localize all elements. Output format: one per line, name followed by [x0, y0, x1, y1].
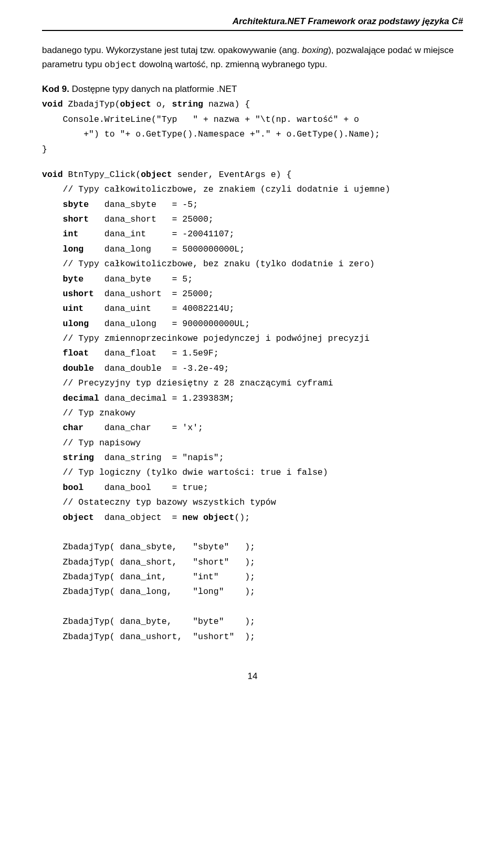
code-text	[42, 363, 63, 373]
code-text: dana_double = -3.2e-49;	[94, 363, 229, 373]
code-text: dana_ushort = 25000;	[94, 289, 214, 299]
code-text	[42, 244, 63, 254]
code-block: void BtnTypy_Click(object sender, EventA…	[42, 168, 463, 644]
code-text: dana_byte = 5;	[83, 274, 193, 284]
code-block: void ZbadajTyp(object o, string nazwa) {…	[42, 97, 463, 157]
code-text: ZbadajTyp( dana_long, "long" );	[42, 587, 255, 597]
keyword: bool	[63, 483, 84, 493]
code-text: BtnTypy_Click(	[63, 170, 141, 180]
keyword: long	[63, 244, 84, 254]
code-text	[42, 274, 63, 284]
code-text: dana_string = "napis";	[94, 453, 224, 463]
code-text: ();	[234, 513, 250, 523]
keyword: string	[63, 453, 94, 463]
caption-number: Kod 9.	[42, 84, 69, 94]
code-text: +") to "+ o.GetType().Namespace +"." + o…	[42, 129, 380, 139]
code-text	[42, 304, 63, 314]
blank-line	[42, 157, 463, 168]
code-listing-caption: Kod 9. Dostępne typy danych na platformi…	[42, 82, 463, 96]
code-text: ZbadajTyp( dana_sbyte, "sbyte" );	[42, 542, 255, 552]
caption-text: Dostępne typy danych na platformie .NET	[69, 84, 237, 94]
keyword: short	[63, 214, 89, 224]
text: badanego typu. Wykorzystane jest tutaj t…	[42, 45, 302, 55]
code-text	[42, 453, 63, 463]
code-inline: object	[104, 60, 136, 70]
code-text: Console.WriteLine("Typ " + nazwa + "\t(n…	[42, 114, 359, 124]
code-text: dana_long = 5000000000L;	[83, 244, 245, 254]
code-text	[42, 214, 63, 224]
code-text: dana_float = 1.5e9F;	[89, 348, 219, 358]
code-text: dana_decimal = 1.239383M;	[99, 393, 234, 403]
code-text: // Typy zmiennoprzecinkowe pojedynczej i…	[42, 333, 370, 343]
keyword: ulong	[63, 319, 89, 329]
text-italic: boxing	[302, 45, 328, 55]
code-text: ZbadajTyp(	[63, 99, 120, 109]
text: dowolną wartość, np. zmienną wybranego t…	[136, 59, 327, 69]
keyword: sbyte	[63, 200, 89, 210]
keyword: int	[63, 229, 79, 239]
code-text: dana_sbyte = -5;	[89, 200, 198, 210]
code-text	[42, 289, 63, 299]
code-text	[42, 483, 63, 493]
code-text: }	[42, 144, 47, 154]
code-text: ZbadajTyp( dana_ushort, "ushort" );	[42, 632, 255, 642]
code-text: // Typ napisowy	[42, 438, 141, 448]
keyword: char	[63, 423, 84, 433]
code-text	[42, 319, 63, 329]
code-text	[42, 513, 63, 523]
keyword: new object	[182, 513, 234, 523]
code-text: sender, EventArgs e) {	[172, 170, 292, 180]
keyword: object	[141, 170, 172, 180]
code-text: // Typ znakowy	[42, 408, 135, 418]
code-text: ZbadajTyp( dana_byte, "byte" );	[42, 617, 255, 627]
code-text: ZbadajTyp( dana_short, "short" );	[42, 557, 255, 567]
code-text: dana_uint = 40082214U;	[83, 304, 234, 314]
code-text	[42, 393, 63, 403]
keyword: decimal	[63, 393, 99, 403]
keyword: uint	[63, 304, 84, 314]
page-number: 14	[42, 670, 463, 683]
code-text: ZbadajTyp( dana_int, "int" );	[42, 572, 255, 582]
keyword: float	[63, 348, 89, 358]
code-text: dana_short = 25000;	[89, 214, 214, 224]
code-text: dana_int = -20041107;	[78, 229, 234, 239]
code-text	[42, 229, 63, 239]
keyword: string	[172, 99, 203, 109]
code-text: // Typy całkowitoliczbowe, ze znakiem (c…	[42, 184, 390, 194]
code-text: o,	[151, 99, 172, 109]
keyword: object	[63, 513, 94, 523]
keyword: object	[120, 99, 151, 109]
code-text: // Precyzyjny typ dziesiętny z 28 znaczą…	[42, 378, 333, 388]
keyword: double	[63, 363, 94, 373]
keyword: void	[42, 99, 63, 109]
body-paragraph: badanego typu. Wykorzystane jest tutaj t…	[42, 44, 463, 72]
keyword: byte	[63, 274, 84, 284]
code-text	[42, 423, 63, 433]
keyword: void	[42, 170, 63, 180]
code-text: dana_char = 'x';	[83, 423, 203, 433]
code-text: nazwa) {	[203, 99, 250, 109]
code-text: // Typy całkowitoliczbowe, bez znaku (ty…	[42, 259, 375, 269]
code-text	[42, 200, 63, 210]
code-text: dana_bool = true;	[83, 483, 208, 493]
code-text: // Ostateczny typ bazowy wszystkich typó…	[42, 497, 276, 507]
code-text: dana_object =	[94, 513, 182, 523]
code-text	[42, 348, 63, 358]
keyword: ushort	[63, 289, 94, 299]
code-text: // Typ logiczny (tylko dwie wartości: tr…	[42, 467, 328, 477]
code-text: dana_ulong = 9000000000UL;	[89, 319, 250, 329]
page-header: Architektura.NET Framework oraz podstawy…	[42, 15, 463, 31]
